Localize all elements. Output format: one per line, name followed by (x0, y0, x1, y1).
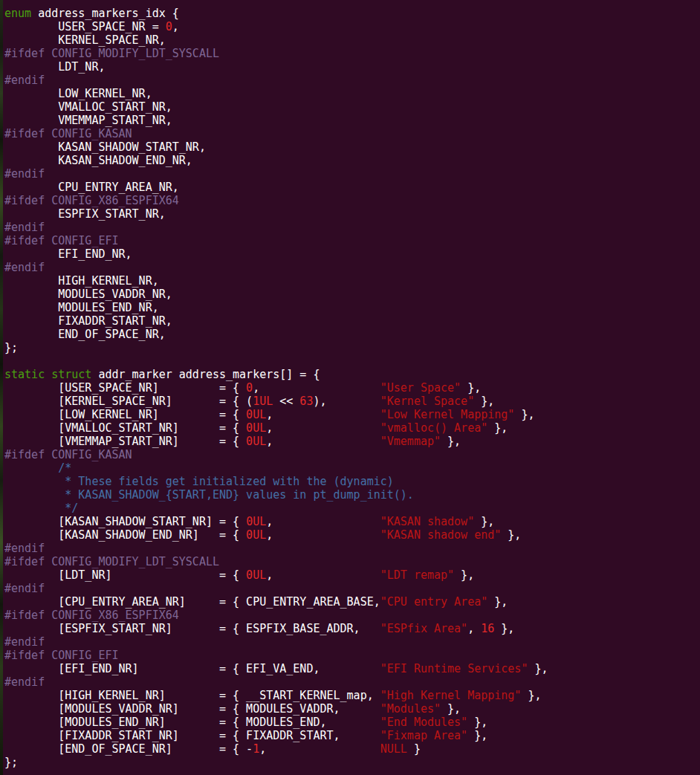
code-token-pl: [FIXADDR_START_NR] = { FIXADDR_START, (4, 729, 380, 742)
code-token-pp: #endif (4, 221, 45, 234)
code-line: [VMALLOC_START_NR] = { 0UL, "vmalloc() A… (4, 421, 697, 435)
code-line: #ifdef CONFIG_EFI (4, 649, 697, 662)
code-token-pp: #ifdef CONFIG_X86_ESPFIX64 (4, 609, 179, 622)
code-line: }; (4, 341, 697, 354)
code-line: [HIGH_KERNEL_NR] = { __START_KERNEL_map,… (4, 689, 697, 702)
code-token-st: "EFI Runtime Services" (380, 662, 528, 675)
code-token-pl: [KASAN_SHADOW_END_NR] = { (4, 528, 246, 542)
code-token-pl: KERNEL_SPACE_NR, (4, 33, 166, 47)
code-token-pl: }, (521, 689, 541, 702)
code-token-pl: [HIGH_KERNEL_NR] = { __START_KERNEL_map, (4, 689, 380, 702)
code-token-pl: [MODULES_VADDR_NR] = { MODULES_VADDR, (4, 702, 380, 716)
code-token-pl: }, (441, 435, 461, 448)
code-line: #endif (4, 221, 697, 234)
code-token-nu: 63 (299, 395, 313, 408)
code-token-pl: END_OF_SPACE_NR, (4, 328, 166, 341)
code-token-nu: 0UL (246, 568, 266, 582)
code-token-pp: #endif (4, 635, 45, 649)
code-token-pl: , (172, 20, 179, 33)
code-line: #endif (4, 261, 697, 274)
code-token-pl: , (266, 408, 380, 421)
code-token-pl: [ESPFIX_START_NR] = { ESPFIX_BASE_ADDR, (4, 622, 380, 635)
code-line: #endif (4, 635, 697, 649)
terminal-window[interactable]: enum address_markers_idx { USER_SPACE_NR… (3, 0, 700, 775)
code-line: [MODULES_VADDR_NR] = { MODULES_VADDR, "M… (4, 702, 697, 716)
code-token-pl: }, (501, 528, 521, 542)
code-line: [END_OF_SPACE_NR] = { -1, NULL } (4, 742, 697, 756)
code-token-pp: #endif (4, 74, 45, 87)
code-line: #ifdef CONFIG_KASAN (4, 127, 697, 140)
code-line: #ifdef CONFIG_KASAN (4, 448, 697, 461)
code-line: [FIXADDR_START_NR] = { FIXADDR_START, "F… (4, 729, 697, 742)
code-token-pl: [CPU_ENTRY_AREA_NR] = { CPU_ENTRY_AREA_B… (4, 595, 380, 609)
code-token-pl: , (467, 622, 481, 635)
code-token-pl (45, 368, 51, 381)
code-token-pl: }, (474, 395, 494, 408)
code-token-pl: }, (487, 421, 508, 435)
code-token-st: "Kernel Space" (380, 395, 474, 408)
code-token-pp: #ifdef CONFIG_KASAN (4, 448, 132, 461)
code-token-pl: }, (467, 716, 487, 729)
code-token-pl: }, (474, 515, 494, 528)
code-token-nu: 1 (253, 742, 259, 756)
code-token-pl: [KERNEL_SPACE_NR] = { ( (4, 395, 253, 408)
code-line: CPU_ENTRY_AREA_NR, (4, 181, 697, 194)
code-token-pp: #endif (4, 675, 45, 689)
code-line: VMEMMAP_START_NR, (4, 114, 697, 127)
code-line: #endif (4, 167, 697, 181)
code-token-nu: 0UL (246, 528, 266, 542)
code-token-nu: 0UL (246, 421, 266, 435)
code-token-kw: static (4, 368, 45, 381)
code-token-st: "KASAN shadow end" (380, 528, 502, 542)
code-token-pl: , (266, 515, 380, 528)
code-line: [KASAN_SHADOW_START_NR] = { 0UL, "KASAN … (4, 515, 697, 528)
code-token-pp: #ifdef CONFIG_KASAN (4, 127, 132, 140)
code-token-pl: LOW_KERNEL_NR, (4, 87, 152, 100)
code-token-pl: addr_marker address_markers[] = { (91, 368, 320, 381)
code-token-pl: }, (528, 662, 548, 675)
code-line: KASAN_SHADOW_END_NR, (4, 154, 697, 167)
code-line: #endif (4, 74, 697, 87)
code-token-st: "High Kernel Mapping" (380, 689, 522, 702)
screen: enum address_markers_idx { USER_SPACE_NR… (0, 0, 700, 775)
code-line: }; (4, 756, 697, 769)
code-line: HIGH_KERNEL_NR, (4, 274, 697, 288)
terminal-code-area[interactable]: enum address_markers_idx { USER_SPACE_NR… (4, 7, 697, 769)
code-line: [LOW_KERNEL_NR] = { 0UL, "Low Kernel Map… (4, 408, 697, 421)
code-token-pl: [MODULES_END_NR] = { MODULES_END, (4, 716, 380, 729)
code-line: #ifdef CONFIG_MODIFY_LDT_SYSCALL (4, 555, 697, 568)
code-token-pl: EFI_END_NR, (4, 247, 132, 261)
code-token-pl: , (266, 528, 380, 542)
code-token-nu: 0UL (246, 515, 266, 528)
code-token-pl: , (253, 381, 380, 395)
code-line: FIXADDR_START_NR, (4, 314, 697, 328)
code-token-pl: }, (487, 595, 508, 609)
code-token-pp: #endif (4, 167, 45, 181)
code-line: enum address_markers_idx { (4, 7, 697, 20)
code-line: static struct addr_marker address_marker… (4, 368, 697, 381)
code-line: USER_SPACE_NR = 0, (4, 20, 697, 33)
code-token-pp: #ifdef CONFIG_EFI (4, 234, 119, 247)
code-token-cm: /* (4, 461, 71, 475)
code-token-pl: }, (454, 568, 474, 582)
code-token-pl: }, (467, 729, 487, 742)
code-line: MODULES_END_NR, (4, 301, 697, 314)
code-token-pl: , (266, 435, 380, 448)
code-token-st: "CPU entry Area" (380, 595, 488, 609)
code-line: END_OF_SPACE_NR, (4, 328, 697, 341)
code-line: LOW_KERNEL_NR, (4, 87, 697, 100)
code-token-pl: } (407, 742, 421, 756)
code-token-pl: VMEMMAP_START_NR, (4, 114, 172, 127)
code-token-pl: USER_SPACE_NR = (4, 20, 166, 33)
code-token-pl: [VMEMMAP_START_NR] = { (4, 435, 246, 448)
code-line: [USER_SPACE_NR] = { 0, "User Space" }, (4, 381, 697, 395)
code-line: KERNEL_SPACE_NR, (4, 33, 697, 47)
code-line: [KERNEL_SPACE_NR] = { (1UL << 63), "Kern… (4, 395, 697, 408)
code-line: */ (4, 502, 697, 515)
code-token-st: "KASAN shadow" (380, 515, 474, 528)
code-line: VMALLOC_START_NR, (4, 100, 697, 114)
code-token-pl: MODULES_VADDR_NR, (4, 288, 172, 301)
code-token-cm: * These fields get initialized with the … (4, 475, 394, 488)
code-token-nu: 0UL (246, 435, 266, 448)
code-token-pp: #ifdef CONFIG_MODIFY_LDT_SYSCALL (4, 47, 219, 60)
